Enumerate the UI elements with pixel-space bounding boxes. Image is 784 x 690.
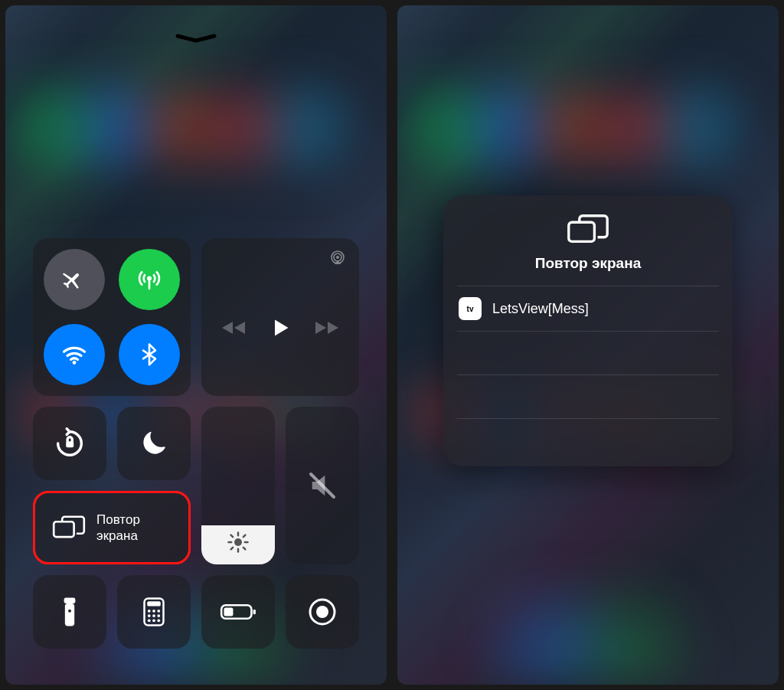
calculator-button[interactable] [117, 575, 191, 649]
volume-mute-icon [307, 470, 338, 501]
svg-point-14 [152, 610, 155, 613]
svg-point-18 [157, 614, 160, 617]
cellular-antenna-icon [136, 266, 163, 293]
phone-left-control-center: Повтор экрана [5, 5, 387, 685]
phone-right-mirroring-picker: Повтор экрана tv LetsView[Mess] [397, 5, 779, 685]
play-icon[interactable] [270, 316, 291, 339]
bluetooth-button[interactable] [119, 324, 180, 385]
wifi-icon [60, 341, 88, 368]
mirroring-target-row-empty[interactable] [443, 419, 733, 462]
closing-grabber-icon[interactable] [175, 33, 217, 44]
mirroring-target-row[interactable]: tv LetsView[Mess] [443, 286, 733, 331]
mirroring-target-row-empty[interactable] [443, 375, 733, 418]
do-not-disturb-button[interactable] [117, 407, 191, 480]
svg-point-17 [152, 614, 155, 617]
svg-point-19 [148, 619, 151, 622]
svg-rect-12 [147, 601, 161, 606]
screen-mirroring-icon [52, 515, 86, 541]
airplane-icon [61, 267, 87, 293]
screen-mirroring-label: Повтор экрана [96, 512, 140, 544]
airplane-mode-button[interactable] [44, 249, 105, 310]
airplay-audio-icon [328, 249, 347, 267]
svg-point-4 [336, 256, 339, 259]
flashlight-icon [62, 596, 77, 628]
screen-mirroring-picker: Повтор экрана tv LetsView[Mess] [443, 195, 733, 466]
screen-mirroring-icon [567, 214, 609, 246]
wifi-button[interactable] [44, 324, 105, 385]
flashlight-button[interactable] [33, 575, 106, 649]
rotation-lock-icon [52, 426, 87, 461]
svg-point-13 [148, 610, 151, 613]
brightness-icon [227, 531, 250, 554]
low-power-mode-button[interactable] [201, 575, 275, 649]
svg-rect-6 [54, 522, 74, 537]
svg-point-10 [68, 610, 71, 613]
svg-point-1 [73, 361, 77, 365]
svg-rect-9 [64, 597, 76, 603]
rotation-lock-button[interactable] [33, 407, 106, 480]
apple-tv-icon: tv [459, 297, 482, 320]
rewind-icon[interactable] [220, 319, 247, 337]
fast-forward-icon[interactable] [314, 319, 340, 337]
svg-point-16 [148, 614, 151, 617]
svg-point-20 [152, 619, 155, 622]
svg-point-26 [316, 606, 328, 618]
svg-point-7 [234, 538, 242, 546]
media-playback-tile[interactable] [201, 238, 359, 396]
connectivity-group [33, 238, 191, 396]
volume-slider[interactable] [286, 407, 359, 564]
mirroring-target-name: LetsView[Mess] [492, 301, 589, 317]
cellular-data-button[interactable] [119, 249, 180, 310]
control-center-grid: Повтор экрана [33, 238, 359, 649]
svg-point-15 [157, 610, 160, 613]
brightness-slider[interactable] [201, 407, 275, 564]
calculator-icon [142, 597, 165, 627]
svg-rect-8 [65, 603, 74, 626]
picker-title: Повтор экрана [535, 255, 641, 272]
svg-rect-24 [224, 608, 233, 616]
bluetooth-icon [137, 342, 162, 367]
battery-icon [220, 602, 256, 622]
mirroring-target-row-empty[interactable] [443, 332, 733, 374]
svg-rect-27 [569, 222, 595, 241]
svg-point-21 [157, 619, 160, 622]
screen-mirroring-button[interactable]: Повтор экрана [33, 491, 191, 564]
moon-icon [139, 428, 169, 459]
record-icon [307, 597, 338, 627]
svg-rect-23 [253, 610, 256, 615]
screen-record-button[interactable] [286, 575, 359, 649]
